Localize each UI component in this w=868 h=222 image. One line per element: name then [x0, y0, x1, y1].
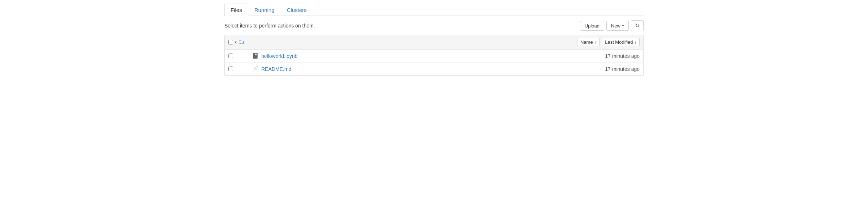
select-dropdown-caret-icon[interactable] — [235, 42, 237, 43]
tab-files[interactable]: Files — [224, 4, 248, 16]
table-row: 📓helloworld.ipynb 17 minutes ago — [225, 50, 644, 63]
row-check-cell — [225, 63, 249, 76]
refresh-icon: ↻ — [635, 22, 640, 29]
notebook-icon: 📓 — [252, 53, 259, 59]
row-modified-cell: 17 minutes ago — [571, 50, 644, 63]
refresh-button[interactable]: ↻ — [631, 20, 644, 31]
select-message: Select items to perform actions on them. — [224, 23, 315, 29]
tab-running[interactable]: Running — [248, 4, 281, 16]
table-header-row: 🗂 Name ↑ Last Modified — [225, 35, 644, 50]
upload-button[interactable]: Upload — [580, 21, 604, 31]
sort-modified-arrow-icon: ↑ — [635, 40, 637, 44]
table-row: 📄README.md 17 minutes ago — [225, 63, 644, 76]
header-check-col: 🗂 — [225, 35, 249, 50]
sort-modified-label: Last Modified — [605, 39, 633, 45]
file-table: 🗂 Name ↑ Last Modified — [224, 35, 644, 76]
file-icon: 📄 — [252, 66, 259, 72]
new-button-label: New — [611, 23, 620, 29]
toolbar-actions: Upload New ↻ — [580, 20, 644, 31]
file-link-helloworld[interactable]: helloworld.ipynb — [261, 53, 297, 59]
new-dropdown-caret-icon — [622, 25, 624, 26]
sort-name-label: Name — [580, 39, 593, 45]
file-link-readme[interactable]: README.md — [261, 66, 291, 72]
folder-icon: 🗂 — [238, 38, 245, 46]
row-name-cell: 📄README.md — [248, 63, 571, 76]
header-name-col — [248, 35, 571, 50]
sort-name-button[interactable]: Name ↑ — [577, 38, 600, 46]
row-checkbox-1[interactable] — [228, 67, 233, 71]
header-modified-col: Name ↑ Last Modified ↑ — [571, 35, 644, 50]
select-all-checkbox[interactable] — [228, 40, 233, 44]
sort-name-arrow-icon: ↑ — [594, 40, 597, 44]
sort-modified-button[interactable]: Last Modified ↑ — [602, 38, 640, 46]
tab-clusters[interactable]: Clusters — [281, 4, 313, 16]
row-check-cell — [225, 50, 249, 63]
new-button[interactable]: New — [606, 21, 629, 31]
file-list: 📓helloworld.ipynb 17 minutes ago 📄README… — [225, 50, 644, 76]
row-name-cell: 📓helloworld.ipynb — [248, 50, 571, 63]
row-modified-cell: 17 minutes ago — [571, 63, 644, 76]
toolbar: Select items to perform actions on them.… — [224, 20, 644, 31]
row-checkbox-0[interactable] — [228, 54, 233, 58]
main-container: Files Running Clusters Select items to p… — [217, 0, 651, 79]
tab-bar: Files Running Clusters — [224, 4, 644, 16]
